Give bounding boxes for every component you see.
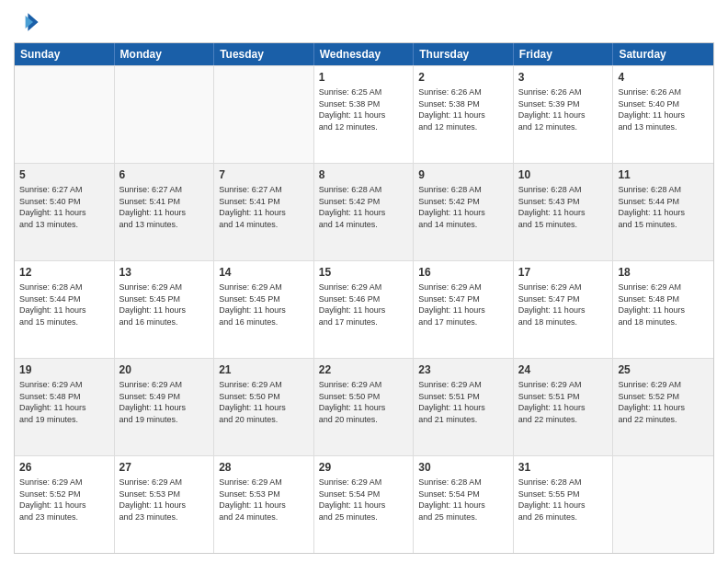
- calendar-cell: 21Sunrise: 6:29 AM Sunset: 5:50 PM Dayli…: [214, 359, 314, 455]
- calendar-cell: 26Sunrise: 6:29 AM Sunset: 5:52 PM Dayli…: [15, 456, 115, 553]
- calendar-cell: 12Sunrise: 6:28 AM Sunset: 5:44 PM Dayli…: [15, 261, 115, 358]
- day-number: 6: [119, 167, 210, 182]
- calendar-week: 12Sunrise: 6:28 AM Sunset: 5:44 PM Dayli…: [15, 260, 713, 358]
- day-info: Sunrise: 6:27 AM Sunset: 5:41 PM Dayligh…: [219, 184, 309, 230]
- day-number: 26: [19, 460, 109, 475]
- day-number: 1: [319, 70, 409, 85]
- day-number: 17: [518, 265, 609, 280]
- calendar-cell: 15Sunrise: 6:29 AM Sunset: 5:46 PM Dayli…: [314, 261, 415, 358]
- day-number: 11: [618, 167, 709, 182]
- calendar-cell: 16Sunrise: 6:29 AM Sunset: 5:47 PM Dayli…: [414, 261, 514, 358]
- day-info: Sunrise: 6:27 AM Sunset: 5:41 PM Dayligh…: [119, 184, 210, 230]
- day-info: Sunrise: 6:29 AM Sunset: 5:50 PM Dayligh…: [319, 379, 409, 425]
- day-info: Sunrise: 6:28 AM Sunset: 5:43 PM Dayligh…: [518, 184, 609, 230]
- calendar-week: 26Sunrise: 6:29 AM Sunset: 5:52 PM Dayli…: [15, 455, 713, 553]
- day-info: Sunrise: 6:29 AM Sunset: 5:45 PM Dayligh…: [219, 282, 309, 327]
- day-number: 14: [219, 265, 309, 280]
- day-info: Sunrise: 6:29 AM Sunset: 5:45 PM Dayligh…: [119, 282, 210, 327]
- day-number: 15: [319, 265, 409, 280]
- day-number: 30: [418, 460, 508, 475]
- calendar-cell: 19Sunrise: 6:29 AM Sunset: 5:48 PM Dayli…: [15, 359, 115, 455]
- calendar-cell: 11Sunrise: 6:28 AM Sunset: 5:44 PM Dayli…: [613, 164, 713, 260]
- day-info: Sunrise: 6:29 AM Sunset: 5:50 PM Dayligh…: [219, 379, 309, 425]
- calendar-cell: 28Sunrise: 6:29 AM Sunset: 5:53 PM Dayli…: [214, 456, 314, 553]
- calendar-cell: 20Sunrise: 6:29 AM Sunset: 5:49 PM Dayli…: [115, 359, 215, 455]
- day-info: Sunrise: 6:26 AM Sunset: 5:39 PM Dayligh…: [518, 86, 609, 132]
- calendar-week: 5Sunrise: 6:27 AM Sunset: 5:40 PM Daylig…: [15, 163, 713, 260]
- day-number: 27: [119, 460, 210, 475]
- day-info: Sunrise: 6:28 AM Sunset: 5:55 PM Dayligh…: [518, 477, 609, 523]
- calendar-cell: 9Sunrise: 6:28 AM Sunset: 5:42 PM Daylig…: [414, 164, 514, 260]
- calendar-cell: 30Sunrise: 6:28 AM Sunset: 5:54 PM Dayli…: [414, 456, 514, 553]
- day-number: 25: [618, 362, 709, 377]
- calendar-cell: 24Sunrise: 6:29 AM Sunset: 5:51 PM Dayli…: [514, 359, 614, 455]
- logo-icon: [14, 9, 40, 35]
- day-info: Sunrise: 6:28 AM Sunset: 5:42 PM Dayligh…: [319, 184, 409, 230]
- day-number: 21: [219, 362, 309, 377]
- header: [14, 9, 714, 35]
- day-info: Sunrise: 6:28 AM Sunset: 5:42 PM Dayligh…: [418, 184, 508, 230]
- calendar-cell: 27Sunrise: 6:29 AM Sunset: 5:53 PM Dayli…: [115, 456, 215, 553]
- day-info: Sunrise: 6:29 AM Sunset: 5:47 PM Dayligh…: [518, 282, 609, 327]
- calendar-header-cell: Thursday: [414, 43, 514, 65]
- day-info: Sunrise: 6:29 AM Sunset: 5:48 PM Dayligh…: [618, 282, 709, 327]
- calendar-cell: 6Sunrise: 6:27 AM Sunset: 5:41 PM Daylig…: [115, 164, 215, 260]
- calendar-cell: 23Sunrise: 6:29 AM Sunset: 5:51 PM Dayli…: [414, 359, 514, 455]
- day-number: 12: [19, 265, 109, 280]
- day-info: Sunrise: 6:29 AM Sunset: 5:49 PM Dayligh…: [119, 379, 210, 425]
- day-number: 8: [319, 167, 409, 182]
- day-number: 23: [418, 362, 508, 377]
- day-number: 9: [418, 167, 508, 182]
- day-info: Sunrise: 6:29 AM Sunset: 5:46 PM Dayligh…: [319, 282, 409, 327]
- day-number: 31: [518, 460, 609, 475]
- day-info: Sunrise: 6:27 AM Sunset: 5:40 PM Dayligh…: [19, 184, 109, 230]
- day-number: 16: [418, 265, 508, 280]
- day-info: Sunrise: 6:28 AM Sunset: 5:44 PM Dayligh…: [19, 282, 109, 327]
- day-info: Sunrise: 6:29 AM Sunset: 5:52 PM Dayligh…: [19, 477, 109, 523]
- calendar-header-row: SundayMondayTuesdayWednesdayThursdayFrid…: [15, 43, 713, 65]
- calendar-header-cell: Monday: [115, 43, 215, 65]
- day-number: 2: [418, 70, 508, 85]
- calendar-cell: 17Sunrise: 6:29 AM Sunset: 5:47 PM Dayli…: [514, 261, 614, 358]
- day-number: 19: [19, 362, 109, 377]
- calendar-cell: 7Sunrise: 6:27 AM Sunset: 5:41 PM Daylig…: [214, 164, 314, 260]
- calendar-header-cell: Saturday: [613, 43, 713, 65]
- calendar-cell: 14Sunrise: 6:29 AM Sunset: 5:45 PM Dayli…: [214, 261, 314, 358]
- day-number: 22: [319, 362, 409, 377]
- day-number: 13: [119, 265, 210, 280]
- day-info: Sunrise: 6:28 AM Sunset: 5:54 PM Dayligh…: [418, 477, 508, 523]
- day-number: 20: [119, 362, 210, 377]
- calendar-cell: 29Sunrise: 6:29 AM Sunset: 5:54 PM Dayli…: [314, 456, 415, 553]
- day-info: Sunrise: 6:29 AM Sunset: 5:48 PM Dayligh…: [19, 379, 109, 425]
- day-number: 24: [518, 362, 609, 377]
- calendar-header-cell: Sunday: [15, 43, 115, 65]
- day-info: Sunrise: 6:29 AM Sunset: 5:47 PM Dayligh…: [418, 282, 508, 327]
- day-info: Sunrise: 6:29 AM Sunset: 5:51 PM Dayligh…: [518, 379, 609, 425]
- calendar-week: 19Sunrise: 6:29 AM Sunset: 5:48 PM Dayli…: [15, 358, 713, 455]
- calendar-cell: 10Sunrise: 6:28 AM Sunset: 5:43 PM Dayli…: [514, 164, 614, 260]
- calendar-header-cell: Tuesday: [214, 43, 314, 65]
- calendar-cell: 8Sunrise: 6:28 AM Sunset: 5:42 PM Daylig…: [314, 164, 415, 260]
- day-number: 5: [19, 167, 109, 182]
- calendar-cell: [15, 66, 115, 163]
- calendar-cell: 22Sunrise: 6:29 AM Sunset: 5:50 PM Dayli…: [314, 359, 415, 455]
- day-number: 29: [319, 460, 409, 475]
- calendar-cell: 25Sunrise: 6:29 AM Sunset: 5:52 PM Dayli…: [613, 359, 713, 455]
- calendar-cell: 2Sunrise: 6:26 AM Sunset: 5:38 PM Daylig…: [414, 66, 514, 163]
- calendar: SundayMondayTuesdayWednesdayThursdayFrid…: [14, 42, 714, 554]
- calendar-body: 1Sunrise: 6:25 AM Sunset: 5:38 PM Daylig…: [15, 65, 713, 553]
- day-info: Sunrise: 6:25 AM Sunset: 5:38 PM Dayligh…: [319, 86, 409, 132]
- calendar-header-cell: Wednesday: [314, 43, 415, 65]
- day-number: 10: [518, 167, 609, 182]
- calendar-cell: 5Sunrise: 6:27 AM Sunset: 5:40 PM Daylig…: [15, 164, 115, 260]
- logo: [14, 9, 43, 35]
- day-info: Sunrise: 6:29 AM Sunset: 5:53 PM Dayligh…: [219, 477, 309, 523]
- day-info: Sunrise: 6:29 AM Sunset: 5:54 PM Dayligh…: [319, 477, 409, 523]
- page: SundayMondayTuesdayWednesdayThursdayFrid…: [0, 0, 728, 563]
- calendar-cell: 3Sunrise: 6:26 AM Sunset: 5:39 PM Daylig…: [514, 66, 614, 163]
- calendar-cell: [115, 66, 215, 163]
- calendar-week: 1Sunrise: 6:25 AM Sunset: 5:38 PM Daylig…: [15, 65, 713, 163]
- calendar-cell: 18Sunrise: 6:29 AM Sunset: 5:48 PM Dayli…: [613, 261, 713, 358]
- day-info: Sunrise: 6:29 AM Sunset: 5:53 PM Dayligh…: [119, 477, 210, 523]
- day-number: 4: [618, 70, 709, 85]
